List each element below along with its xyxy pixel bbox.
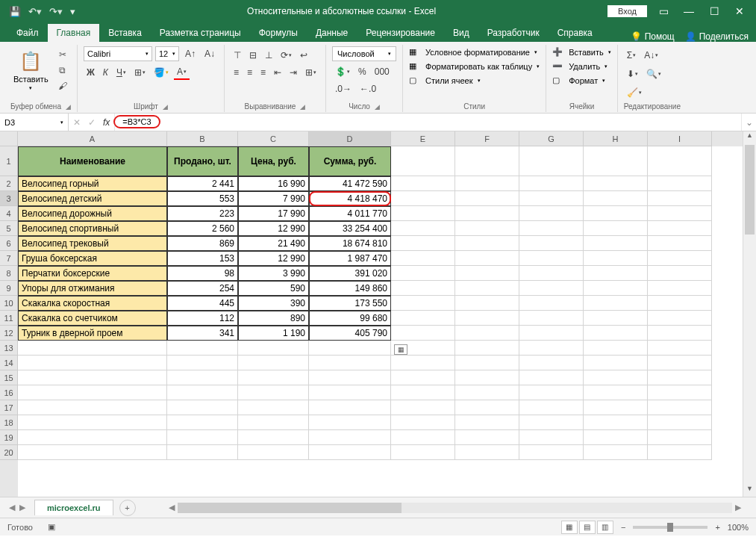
cell[interactable]: Велосипед трековый — [18, 236, 167, 251]
zoom-in-icon[interactable]: + — [715, 523, 719, 532]
col-header[interactable]: I — [648, 131, 712, 146]
cell[interactable]: 4 418 470 — [309, 191, 391, 206]
cell[interactable] — [584, 236, 648, 251]
cell[interactable] — [18, 400, 167, 415]
cell[interactable] — [391, 191, 455, 206]
cell[interactable] — [455, 146, 519, 176]
add-sheet-button[interactable]: + — [119, 500, 136, 516]
cell-styles-button[interactable]: ▢Стили ячеек▾ — [409, 75, 480, 86]
row-header[interactable]: 11 — [0, 311, 18, 326]
decrease-decimal-icon[interactable]: ←.0 — [357, 82, 379, 96]
cell[interactable] — [391, 206, 455, 221]
cell[interactable]: 153 — [167, 251, 238, 266]
cell[interactable]: Скакалка скоростная — [18, 296, 167, 311]
cell[interactable]: 173 550 — [309, 296, 391, 311]
row-header[interactable]: 17 — [0, 400, 18, 415]
cell[interactable] — [584, 326, 648, 341]
row-header[interactable]: 18 — [0, 415, 18, 430]
cell[interactable] — [648, 206, 712, 221]
enter-formula-icon[interactable]: ✓ — [88, 117, 96, 128]
cell[interactable]: 1 190 — [238, 326, 309, 341]
login-button[interactable]: Вход — [607, 5, 647, 17]
cell[interactable] — [455, 430, 519, 445]
minimize-icon[interactable]: — — [680, 5, 698, 17]
sheet-nav-prev-icon[interactable]: ◀ — [9, 503, 15, 512]
cell[interactable]: 4 011 770 — [309, 206, 391, 221]
cell[interactable] — [648, 385, 712, 400]
cell[interactable] — [648, 266, 712, 281]
dialog-launcher-icon[interactable]: ◢ — [163, 103, 168, 111]
share-button[interactable]: 👤 Поделиться — [685, 31, 749, 42]
cell[interactable] — [238, 430, 309, 445]
align-center-icon[interactable]: ≡ — [244, 66, 255, 79]
cell[interactable] — [519, 236, 584, 251]
accounting-format-icon[interactable]: 💲▾ — [332, 65, 353, 78]
font-name-input[interactable]: Calibri▾ — [84, 46, 152, 61]
cell[interactable] — [648, 415, 712, 430]
cell[interactable] — [455, 341, 519, 356]
cell[interactable] — [238, 356, 309, 370]
cell[interactable] — [648, 400, 712, 415]
row-header[interactable]: 9 — [0, 281, 18, 296]
cell[interactable] — [584, 191, 648, 206]
row-header[interactable]: 12 — [0, 326, 18, 341]
cell[interactable] — [18, 415, 167, 430]
fill-button[interactable]: ⬇▾ — [624, 67, 641, 81]
cell[interactable] — [391, 385, 455, 400]
cell[interactable] — [584, 445, 648, 460]
cell[interactable]: 3 990 — [238, 266, 309, 281]
tab-file[interactable]: Файл — [7, 24, 48, 42]
cell[interactable]: Продано, шт. — [167, 146, 238, 176]
cell[interactable] — [648, 191, 712, 206]
cell[interactable] — [238, 445, 309, 460]
cell[interactable]: 553 — [167, 191, 238, 206]
align-right-icon[interactable]: ≡ — [257, 66, 269, 79]
row-header[interactable]: 5 — [0, 221, 18, 236]
cell[interactable] — [18, 370, 167, 385]
cell[interactable] — [167, 400, 238, 415]
cell[interactable] — [238, 400, 309, 415]
cell[interactable] — [519, 370, 584, 385]
cell[interactable] — [18, 356, 167, 370]
cell[interactable]: Упоры для отжимания — [18, 281, 167, 296]
wrap-text-icon[interactable]: ↩ — [297, 49, 310, 62]
cell[interactable]: 16 990 — [238, 176, 309, 191]
tab-formulas[interactable]: Формулы — [250, 24, 307, 42]
cell[interactable] — [455, 400, 519, 415]
cell[interactable] — [391, 251, 455, 266]
cell[interactable] — [455, 445, 519, 460]
cell[interactable]: Велосипед дорожный — [18, 206, 167, 221]
comma-format-icon[interactable]: 000 — [372, 65, 393, 78]
expand-formula-icon[interactable]: ⌄ — [741, 114, 756, 131]
cell[interactable] — [648, 341, 712, 356]
sort-filter-button[interactable]: A↓▾ — [641, 49, 661, 62]
sheet-nav-next-icon[interactable]: ▶ — [19, 503, 25, 512]
conditional-formatting-button[interactable]: ▦Условное форматирование▾ — [409, 46, 537, 58]
cell[interactable] — [455, 176, 519, 191]
cell[interactable] — [455, 236, 519, 251]
col-header[interactable]: D — [309, 131, 391, 146]
cell[interactable] — [519, 430, 584, 445]
cell[interactable] — [584, 281, 648, 296]
cell[interactable] — [309, 356, 391, 370]
cell[interactable] — [455, 415, 519, 430]
cell[interactable] — [455, 281, 519, 296]
percent-format-icon[interactable]: % — [355, 65, 369, 78]
cell[interactable]: Наименование — [18, 146, 167, 176]
zoom-slider[interactable] — [633, 526, 707, 529]
cell[interactable] — [584, 430, 648, 445]
ribbon-options-icon[interactable]: ▭ — [655, 5, 672, 17]
cell[interactable] — [584, 221, 648, 236]
cell[interactable]: 112 — [167, 311, 238, 326]
cell[interactable] — [519, 341, 584, 356]
cell[interactable] — [584, 356, 648, 370]
cell[interactable]: Велосипед спортивный — [18, 221, 167, 236]
cell[interactable]: 149 860 — [309, 281, 391, 296]
name-box[interactable]: D3▾ — [0, 114, 69, 131]
cell[interactable] — [648, 296, 712, 311]
cell[interactable] — [391, 221, 455, 236]
increase-indent-icon[interactable]: ⇥ — [287, 66, 300, 79]
cell[interactable] — [584, 370, 648, 385]
fx-icon[interactable]: fx — [103, 117, 110, 128]
cell[interactable] — [648, 430, 712, 445]
